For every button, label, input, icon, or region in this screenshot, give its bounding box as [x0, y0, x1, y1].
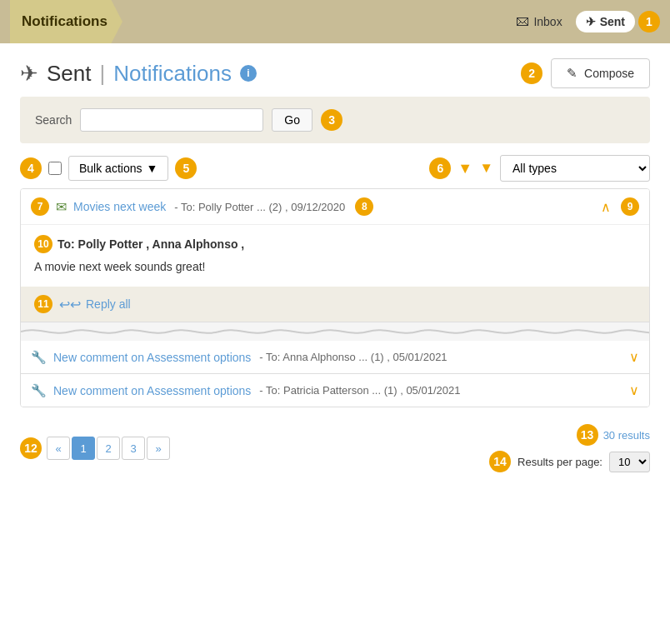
- notification-body-1: A movie next week sounds great!: [34, 260, 636, 273]
- search-input[interactable]: [80, 108, 263, 132]
- results-per-page-label: Results per page:: [518, 456, 602, 468]
- search-badge-3: 3: [321, 109, 342, 131]
- funnel-icon: ▼: [479, 160, 493, 177]
- toolbar-right: 6 ▼ ▼ All types: [429, 155, 650, 182]
- results-per-page: 14 Results per page: 10 20 50: [489, 451, 650, 472]
- notification-to-1: 10 To: Polly Potter , Anna Alphonso ,: [34, 235, 636, 253]
- notif-badge-11: 11: [34, 295, 52, 313]
- wrench-icon-3: 🔧: [31, 383, 47, 398]
- type-filter-select[interactable]: All types: [500, 155, 650, 182]
- header-badge-2: 2: [521, 62, 542, 84]
- notification-meta-1: - To: Polly Potter ... (2) , 09/12/2020: [174, 201, 345, 213]
- compose-button[interactable]: ✎ Compose: [551, 58, 650, 88]
- filter-icon: ▼: [458, 160, 472, 177]
- notif-badge-10: 10: [34, 235, 52, 253]
- notif-badge-8: 8: [355, 197, 373, 216]
- results-count: 30 results: [603, 429, 650, 442]
- reply-all-icon: ↩↩: [59, 297, 81, 312]
- pagination: « 1 2 3 »: [47, 437, 170, 460]
- search-label: Search: [35, 113, 72, 127]
- notification-header-1[interactable]: 7 ✉ Movies next week - To: Polly Potter …: [21, 189, 649, 224]
- top-badge: 1: [638, 11, 660, 32]
- next-page-button[interactable]: »: [147, 437, 170, 460]
- wavy-svg: [21, 324, 649, 339]
- bulk-actions-label: Bulk actions: [79, 162, 142, 175]
- results-section: 13 30 results 14 Results per page: 10 20…: [489, 424, 650, 472]
- toolbar-badge-5: 5: [175, 157, 197, 179]
- prev-page-button[interactable]: «: [47, 437, 70, 460]
- per-page-badge-14: 14: [489, 451, 511, 472]
- select-all-checkbox[interactable]: [48, 162, 62, 175]
- dropdown-icon: ▼: [146, 162, 158, 175]
- top-bar-nav: 🖂 Inbox ✈ Sent 1: [506, 10, 660, 33]
- notification-actions-1: 11 ↩↩ Reply all: [21, 287, 649, 322]
- inbox-icon: 🖂: [516, 14, 529, 29]
- notification-header-3[interactable]: 🔧 New comment on Assessment options - To…: [21, 374, 649, 407]
- toolbar-badge-4: 4: [20, 157, 42, 179]
- toolbar-badge-6: 6: [429, 157, 451, 179]
- notification-item-3: 🔧 New comment on Assessment options - To…: [21, 374, 649, 407]
- notif-badge-9: 9: [621, 197, 639, 216]
- page-3-button[interactable]: 3: [122, 437, 145, 460]
- compose-label: Compose: [584, 67, 634, 80]
- chevron-down-icon-2: ∨: [629, 349, 639, 365]
- toolbar-left: 4 Bulk actions ▼ 5: [20, 156, 197, 181]
- bulk-actions-button[interactable]: Bulk actions ▼: [68, 156, 168, 181]
- compose-icon: ✎: [567, 66, 578, 81]
- notification-item-2: 🔧 New comment on Assessment options - To…: [21, 341, 649, 374]
- separator: |: [100, 61, 106, 87]
- results-info: 13 30 results: [577, 424, 650, 446]
- top-bar: Notifications 🖂 Inbox ✈ Sent 1: [0, 0, 670, 43]
- reply-all-label: Reply all: [86, 297, 131, 311]
- toolbar-row: 4 Bulk actions ▼ 5 6 ▼ ▼ All types: [0, 155, 670, 182]
- sent-text: Sent: [47, 61, 92, 87]
- sent-icon: ✈: [586, 15, 596, 28]
- pagination-wrap: 12 « 1 2 3 »: [20, 437, 170, 460]
- wavy-divider: [21, 322, 649, 341]
- results-badge-13: 13: [577, 424, 598, 446]
- reply-all-button[interactable]: ↩↩ Reply all: [59, 297, 131, 312]
- email-icon: ✉: [56, 199, 67, 215]
- wrench-icon-2: 🔧: [31, 350, 47, 365]
- notif-badge-7: 7: [31, 197, 49, 216]
- top-badge-num: 1: [646, 15, 652, 28]
- search-go-button[interactable]: Go: [272, 108, 312, 132]
- info-icon[interactable]: i: [240, 65, 257, 82]
- pagination-badge-12: 12: [20, 437, 42, 459]
- chevron-down-icon-3: ∨: [629, 382, 639, 398]
- per-page-select[interactable]: 10 20 50: [609, 452, 650, 472]
- notification-title-1[interactable]: Movies next week: [73, 200, 166, 213]
- chevron-up-icon: ∧: [601, 199, 611, 215]
- sent-arrow-icon: ✈: [20, 61, 38, 87]
- page-2-button[interactable]: 2: [97, 437, 120, 460]
- notifications-list: 7 ✉ Movies next week - To: Polly Potter …: [20, 188, 650, 407]
- page-title-group: ✈ Sent | Notifications i: [20, 61, 257, 87]
- notification-expanded-1: 10 To: Polly Potter , Anna Alphonso , A …: [21, 224, 649, 287]
- top-bar-title: Notifications: [10, 0, 122, 43]
- sent-label: Sent: [600, 15, 625, 28]
- sent-nav[interactable]: ✈ Sent: [576, 11, 635, 32]
- notification-title-3[interactable]: New comment on Assessment options: [53, 384, 251, 397]
- top-bar-title-text: Notifications: [22, 13, 108, 30]
- search-section: Search Go 3: [20, 97, 650, 143]
- bottom-bar: 12 « 1 2 3 » 13 30 results 14 Results pe…: [0, 414, 670, 482]
- page-1-button[interactable]: 1: [72, 437, 95, 460]
- notification-header-2[interactable]: 🔧 New comment on Assessment options - To…: [21, 341, 649, 373]
- header-actions: 2 ✎ Compose: [521, 58, 650, 88]
- inbox-label: Inbox: [533, 15, 562, 28]
- page-title: ✈ Sent | Notifications: [20, 61, 232, 87]
- notification-meta-2: - To: Anna Alphonso ... (1) , 05/01/2021: [259, 351, 447, 363]
- notification-meta-3: - To: Patricia Patterson ... (1) , 05/01…: [259, 384, 460, 397]
- notifications-text: Notifications: [113, 61, 232, 87]
- page-header: ✈ Sent | Notifications i 2 ✎ Compose: [0, 43, 670, 97]
- notification-title-2[interactable]: New comment on Assessment options: [53, 351, 251, 364]
- notification-item-1: 7 ✉ Movies next week - To: Polly Potter …: [21, 189, 649, 322]
- inbox-nav[interactable]: 🖂 Inbox: [506, 10, 572, 33]
